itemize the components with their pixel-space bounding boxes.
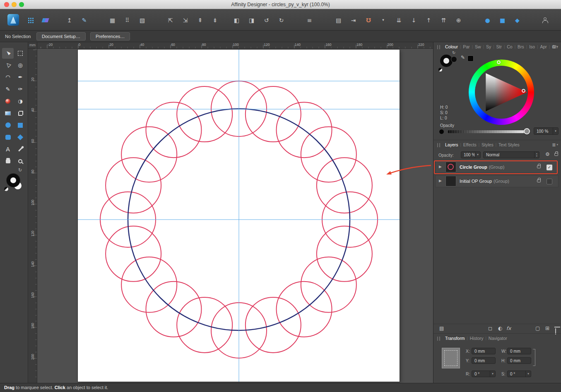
adjustment-icon[interactable]: ◐	[498, 326, 502, 331]
grid-icon[interactable]: ▦	[106, 14, 119, 26]
panel-menu-icon[interactable]: ≣▾	[552, 143, 558, 147]
point-transform-tool[interactable]: ◎	[14, 60, 26, 71]
insert-behind-icon[interactable]: ⇱	[164, 14, 177, 26]
tab-layers[interactable]: Layers	[445, 142, 458, 147]
caret-down-icon[interactable]: ▾	[490, 371, 495, 377]
rotate-ccw-icon[interactable]: ↺	[260, 14, 273, 26]
opacity-slider-knob[interactable]	[524, 128, 530, 134]
tab-text-styles[interactable]: Text Styles	[498, 142, 520, 147]
x-input[interactable]: 0 mm	[472, 348, 496, 354]
vector-crop-tool[interactable]	[14, 108, 26, 119]
hsl-triangle[interactable]	[481, 69, 527, 115]
stroke-colour-indicator[interactable]	[440, 55, 453, 67]
r-input[interactable]: 0 °▾	[472, 370, 496, 377]
snap-marquee-icon[interactable]: ▧	[136, 14, 149, 26]
gradient-tool[interactable]	[2, 108, 14, 119]
node-tool[interactable]: ▷	[2, 60, 14, 71]
layer-settings-gear-icon[interactable]: ⚙	[545, 152, 550, 157]
canvas-artwork[interactable]	[78, 50, 400, 382]
y-input[interactable]: 0 mm	[472, 357, 496, 364]
corner-tool[interactable]: ◠	[2, 72, 14, 83]
opacity-slider[interactable]	[448, 130, 526, 133]
artboard[interactable]	[78, 50, 400, 382]
boolean-divide-icon[interactable]: ◆	[511, 14, 524, 26]
tab-brs[interactable]: Brs	[518, 44, 524, 49]
default-colours-icon[interactable]	[4, 187, 8, 191]
shape-tool[interactable]	[14, 132, 26, 143]
tab-sw[interactable]: Sw	[475, 44, 481, 49]
snapping-options-caret-icon[interactable]: ▾	[377, 14, 390, 26]
colour-picker-tool[interactable]	[14, 144, 26, 155]
tab-iso[interactable]: Iso	[529, 44, 535, 49]
layer-opacity-field[interactable]: 100 % ▾	[461, 151, 481, 158]
insert-in-front-icon[interactable]: ⇲	[179, 14, 192, 26]
tab-effects[interactable]: Effects	[463, 142, 477, 147]
link-dimensions-icon[interactable]	[533, 349, 535, 366]
canvas-viewport[interactable]	[37, 49, 433, 383]
fx-icon[interactable]: fx	[506, 326, 511, 331]
horizontal-ruler[interactable]: -20020406080100120140160180200220	[37, 42, 433, 49]
export-persona-icon[interactable]	[39, 14, 52, 26]
blend-mode-stepper[interactable]: ▴▾	[534, 152, 539, 158]
saturation-lightness-marker[interactable]	[522, 89, 525, 93]
transparency-tool[interactable]: ◑	[14, 96, 26, 107]
mask-icon[interactable]: ◻	[488, 326, 492, 331]
designer-persona-icon[interactable]	[7, 14, 19, 26]
tab-colour[interactable]: Colour	[445, 44, 458, 49]
vertical-ruler[interactable]: 20406080100120140160180200	[28, 49, 37, 383]
panel-grip[interactable]	[437, 143, 440, 147]
text-tool[interactable]: A	[2, 144, 14, 155]
zoom-tool[interactable]	[14, 156, 26, 167]
fill-tool[interactable]	[2, 96, 14, 107]
boolean-add-icon[interactable]: ●	[481, 14, 494, 26]
layer-row-circle-group[interactable]: ▶ Circle Group(Group) ✓	[435, 161, 559, 173]
new-layer-icon[interactable]: ▢	[535, 326, 540, 331]
picked-colour-swatch[interactable]	[467, 55, 474, 62]
layer-thumbnail[interactable]	[445, 162, 456, 172]
swap-colours-icon[interactable]: ↻	[18, 168, 22, 172]
rotate-cw-icon[interactable]: ↻	[275, 14, 288, 26]
reset-colours-icon[interactable]	[438, 68, 442, 72]
rectangle-tool[interactable]	[14, 120, 26, 131]
preferences-button[interactable]: Preferences…	[90, 32, 130, 41]
visibility-checkbox[interactable]: ✓	[547, 165, 552, 170]
transform-separately-icon[interactable]: ▤	[332, 14, 345, 26]
snapping-magnet-icon[interactable]: Ω	[362, 14, 375, 26]
flip-horizontal-icon[interactable]: ◧	[230, 14, 243, 26]
panel-grip[interactable]	[437, 337, 440, 341]
artboard-tool[interactable]	[14, 48, 26, 59]
tab-navigator[interactable]: Navigator	[489, 336, 507, 341]
new-group-icon[interactable]: ⊞	[545, 326, 549, 331]
pen-tool[interactable]: ✒	[14, 72, 26, 83]
account-icon[interactable]	[538, 14, 551, 26]
caret-down-icon[interactable]: ▾	[553, 128, 558, 134]
hue-marker[interactable]	[497, 60, 501, 64]
layer-row-initial-op-group[interactable]: ▶ Initial OP Group(Group)	[435, 175, 559, 187]
move-by-icon[interactable]: ⇥	[347, 14, 360, 26]
tab-par[interactable]: Par	[463, 44, 470, 49]
pencil-tool[interactable]: ✎	[2, 84, 14, 95]
lock-icon[interactable]	[537, 179, 541, 182]
opacity-value-field[interactable]: 100 % ▾	[534, 127, 559, 135]
lock-icon[interactable]	[554, 153, 558, 156]
ellipse-tool[interactable]	[2, 120, 14, 131]
boolean-subtract-icon[interactable]: ■	[496, 14, 509, 26]
move-backward-icon[interactable]: ↓	[407, 14, 420, 26]
move-to-back-icon[interactable]: ⇊	[392, 14, 405, 26]
caret-down-icon[interactable]: ▾	[525, 371, 531, 377]
insert-target-icon[interactable]: ⊕	[452, 14, 465, 26]
tab-apr[interactable]: Apr	[540, 44, 547, 49]
tab-sy[interactable]: Sy	[486, 44, 491, 49]
colour-wheel[interactable]	[469, 60, 534, 125]
tab-history[interactable]: History	[470, 336, 484, 341]
swap-colours-icon[interactable]: ↻	[452, 51, 455, 55]
h-input[interactable]: 0 mm	[507, 357, 531, 364]
blend-mode-dropdown[interactable]: Normal ▴▾	[483, 151, 539, 158]
layers-stack-icon[interactable]: ▤	[439, 326, 444, 331]
caret-down-icon[interactable]: ▾	[475, 152, 480, 158]
insert-inside-icon[interactable]: ⇞	[194, 14, 207, 26]
w-input[interactable]: 0 mm	[507, 348, 531, 354]
vector-brush-tool[interactable]: ✑	[14, 84, 26, 95]
eyedropper-icon[interactable]: ✎	[461, 55, 465, 60]
expand-caret-icon[interactable]: ▶	[439, 179, 442, 183]
